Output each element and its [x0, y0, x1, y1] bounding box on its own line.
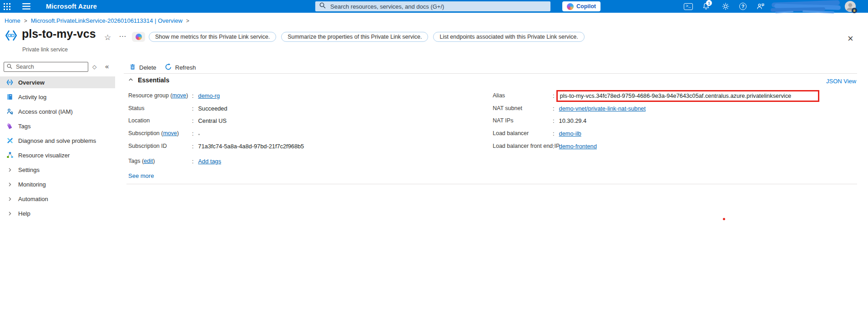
nat-ips-value: 10.30.29.4: [559, 117, 587, 124]
sidebar-item-label: Access control (IAM): [18, 108, 73, 115]
resource-group-link[interactable]: demo-rg: [198, 92, 220, 99]
field-lb-frontend-ip: Load balancer front end IP : demo-fronte…: [493, 143, 597, 150]
field-resource-group: Resource group (move) : demo-rg: [128, 92, 220, 99]
copilot-label: Copilot: [576, 3, 596, 10]
sidebar-item-help[interactable]: Help: [0, 207, 115, 219]
command-bar-divider: [124, 73, 857, 74]
copilot-icon: [136, 34, 142, 40]
field-label: Resource group (move): [128, 92, 192, 99]
sidebar-item-overview[interactable]: Overview: [0, 76, 115, 88]
field-label: NAT IPs: [493, 117, 553, 124]
close-blade-icon[interactable]: ×: [848, 34, 853, 44]
location-value: Central US: [198, 117, 227, 124]
json-view-link[interactable]: JSON View: [826, 78, 856, 85]
suggestion-list-endpoints-button[interactable]: List endpoints associated with this Priv…: [433, 32, 584, 42]
field-nat-ips: NAT IPs : 10.30.29.4: [493, 117, 586, 124]
resource-menu-search-box[interactable]: [4, 62, 88, 72]
lb-frontend-link[interactable]: demo-frontend: [559, 143, 597, 150]
sidebar-item-label: Settings: [18, 167, 40, 173]
chevron-right-icon: [6, 210, 14, 217]
field-label: NAT subnet: [493, 105, 553, 111]
redacted-subscription-value: [198, 134, 200, 135]
overview-icon: [6, 79, 14, 86]
favorite-star-icon[interactable]: ☆: [104, 33, 111, 42]
field-label: Tags (edit): [128, 158, 192, 164]
settings-gear-icon[interactable]: [721, 1, 731, 11]
field-status: Status : Succeeded: [128, 105, 227, 112]
sidebar-item-label: Help: [18, 210, 30, 217]
sidebar-item-settings[interactable]: Settings: [0, 164, 115, 176]
edit-link[interactable]: edit: [144, 158, 153, 164]
waffle-menu-icon[interactable]: [3, 2, 11, 10]
access-control-icon: [6, 108, 14, 116]
lock-icon: [852, 8, 857, 13]
load-balancer-link[interactable]: demo-ilb: [559, 130, 581, 137]
subscription-id-value: 71a3fc74-5a8a-4a8d-97bd-21f7c2f968b5: [198, 143, 304, 150]
sidebar-item-label: Overview: [18, 79, 45, 86]
sidebar-item-resource-visualizer[interactable]: Resource visualizer: [0, 149, 115, 161]
diagnose-tools-icon: [6, 137, 14, 145]
redacted-account-scribble: [771, 0, 844, 14]
suggestion-summarize-properties-button[interactable]: Summarize the properties of this Private…: [281, 32, 428, 42]
global-search-box[interactable]: [315, 1, 550, 11]
global-search-input[interactable]: [329, 3, 546, 10]
collapse-menu-icon[interactable]: «: [105, 62, 109, 70]
chevron-right-icon: [6, 181, 14, 188]
menu-pin-icon[interactable]: ◇: [92, 64, 96, 70]
delete-button[interactable]: Delete: [129, 63, 156, 72]
hamburger-menu-icon[interactable]: [22, 3, 31, 10]
refresh-button[interactable]: Refresh: [165, 63, 196, 72]
breadcrumb-home-link[interactable]: Home: [5, 17, 20, 24]
status-value: Succeeded: [198, 105, 227, 112]
breadcrumb-separator: >: [186, 18, 189, 24]
copilot-icon: [567, 3, 574, 10]
field-subscription: Subscription (move) :: [128, 130, 200, 137]
add-tags-link[interactable]: Add tags: [198, 158, 222, 165]
sidebar-item-activity-log[interactable]: Activity log: [0, 91, 115, 103]
field-alias: Alias : pls-to-my-vcs.34fc78ed-9759-4686…: [493, 92, 819, 102]
see-more-link[interactable]: See more: [128, 172, 154, 179]
sidebar-item-automation[interactable]: Automation: [0, 193, 115, 205]
copilot-suggestions-badge[interactable]: [132, 32, 145, 42]
alias-value: pls-to-my-vcs.34fc78ed-9759-4686-9e3a-94…: [560, 92, 792, 99]
page-title: pls-to-my-vcs: [22, 27, 96, 40]
avatar[interactable]: [844, 0, 856, 12]
sidebar-item-diagnose[interactable]: Diagnose and solve problems: [0, 135, 115, 146]
refresh-icon: [165, 63, 172, 72]
feedback-icon[interactable]: [755, 1, 766, 11]
resource-visualizer-icon: [6, 151, 14, 159]
sidebar-item-monitoring[interactable]: Monitoring: [0, 178, 115, 190]
essentials-title: Essentials: [138, 76, 169, 84]
breadcrumb-current-link[interactable]: Microsoft.PrivateLinkService-20260106113…: [31, 17, 182, 24]
resource-menu: Overview Activity log Access control (IA…: [0, 76, 115, 222]
sidebar-item-label: Activity log: [18, 94, 46, 101]
essentials-header[interactable]: Essentials: [128, 76, 169, 84]
alias-highlight-box: pls-to-my-vcs.34fc78ed-9759-4686-9e3a-94…: [556, 90, 819, 102]
resource-menu-search-input[interactable]: [15, 63, 85, 71]
move-link[interactable]: move: [163, 130, 177, 136]
field-subscription-id: Subscription ID : 71a3fc74-5a8a-4a8d-97b…: [128, 143, 304, 150]
suggestion-show-metrics-button[interactable]: Show me metrics for this Private Link se…: [149, 32, 276, 42]
top-bar: Microsoft Azure Copilot >_ 1 ?: [0, 0, 868, 13]
chevron-right-icon: [6, 195, 14, 203]
resource-type-subtitle: Private link service: [22, 46, 68, 53]
move-link[interactable]: move: [172, 92, 187, 99]
chevron-right-icon: [6, 166, 14, 174]
cloud-shell-icon[interactable]: >_: [683, 1, 693, 11]
nat-subnet-link[interactable]: demo-vnet/private-link-nat-subnet: [559, 105, 646, 112]
sidebar-item-label: Tags: [18, 123, 30, 130]
more-options-icon[interactable]: …: [119, 30, 127, 39]
search-icon: [319, 2, 326, 10]
sidebar-item-access-control[interactable]: Access control (IAM): [0, 106, 115, 117]
field-label: Subscription ID: [128, 143, 192, 149]
copilot-button[interactable]: Copilot: [562, 1, 601, 11]
help-icon[interactable]: ?: [738, 1, 748, 11]
sidebar-item-tags[interactable]: Tags: [0, 120, 115, 132]
tags-icon: [6, 122, 14, 130]
field-label: Status: [128, 105, 192, 111]
brand-title: Microsoft Azure: [46, 2, 97, 10]
notification-count-badge: 1: [706, 0, 712, 6]
sidebar-item-label: Resource visualizer: [18, 152, 70, 159]
sidebar-item-label: Diagnose and solve problems: [18, 137, 96, 144]
sidebar-item-label: Monitoring: [18, 181, 46, 188]
